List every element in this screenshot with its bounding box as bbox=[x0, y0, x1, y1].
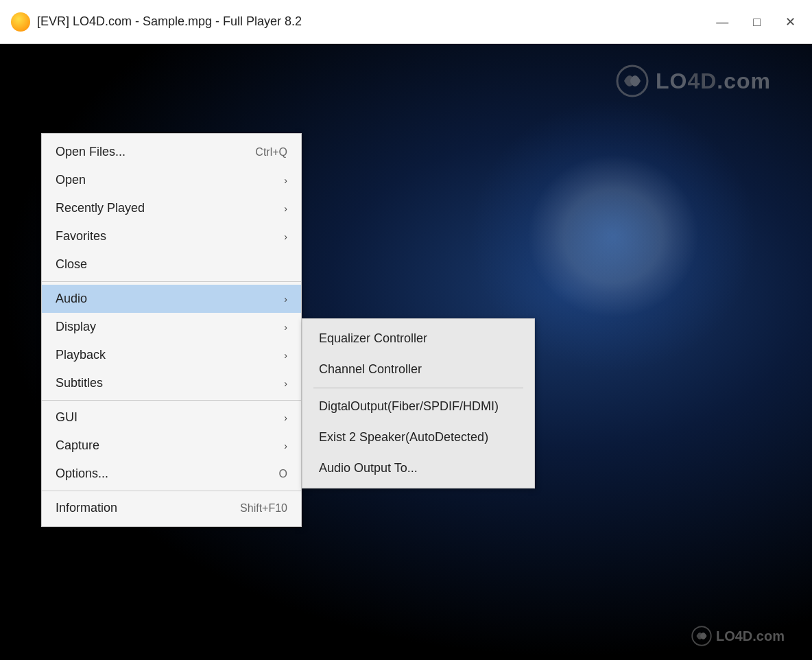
audio-submenu: Equalizer Controller Channel Controller … bbox=[302, 318, 535, 488]
lo4d-logo-icon bbox=[616, 64, 649, 97]
minimize-button[interactable]: — bbox=[710, 13, 734, 31]
menu-item-favorites[interactable]: Favorites › bbox=[42, 222, 301, 250]
submenu-arrow-open: › bbox=[284, 175, 287, 186]
submenu-arrow-display: › bbox=[284, 322, 287, 333]
watermark-text: LO4D.com bbox=[656, 69, 771, 94]
submenu-divider bbox=[313, 388, 523, 388]
close-button[interactable]: ✕ bbox=[780, 13, 801, 31]
maximize-button[interactable]: □ bbox=[748, 13, 766, 31]
submenu-item-channel[interactable]: Channel Controller bbox=[302, 354, 534, 385]
menu-item-recently-played[interactable]: Recently Played › bbox=[42, 194, 301, 222]
menu-item-playback[interactable]: Playback › bbox=[42, 341, 301, 369]
context-menu: Open Files... Ctrl+Q Open › Recently Pla… bbox=[41, 133, 302, 527]
menu-item-information[interactable]: Information Shift+F10 bbox=[42, 494, 301, 522]
app-icon bbox=[11, 12, 30, 32]
window-title: [EVR] LO4D.com - Sample.mpg - Full Playe… bbox=[37, 14, 710, 29]
menu-item-subtitles[interactable]: Subtitles › bbox=[42, 369, 301, 401]
context-menu-wrapper: Open Files... Ctrl+Q Open › Recently Pla… bbox=[41, 133, 535, 527]
submenu-arrow-capture: › bbox=[284, 440, 287, 451]
video-area: LO4D.com LO4D.com Open Files... Ctrl+Q O… bbox=[0, 44, 812, 660]
submenu-arrow-subtitles: › bbox=[284, 378, 287, 389]
watermark-bottom: LO4D.com bbox=[691, 626, 785, 646]
submenu-item-digital-output[interactable]: DigtalOutput(Fiber/SPDIF/HDMI) bbox=[302, 391, 534, 422]
menu-item-open-files[interactable]: Open Files... Ctrl+Q bbox=[42, 138, 301, 166]
submenu-arrow-playback: › bbox=[284, 350, 287, 361]
submenu-arrow-gui: › bbox=[284, 412, 287, 423]
menu-item-gui[interactable]: GUI › bbox=[42, 403, 301, 432]
submenu-arrow-audio: › bbox=[284, 294, 287, 305]
menu-item-close[interactable]: Close bbox=[42, 250, 301, 282]
watermark-bottom-text: LO4D.com bbox=[716, 628, 785, 644]
menu-item-open[interactable]: Open › bbox=[42, 166, 301, 194]
menu-item-display[interactable]: Display › bbox=[42, 313, 301, 341]
submenu-item-equalizer[interactable]: Equalizer Controller bbox=[302, 323, 534, 354]
menu-item-capture[interactable]: Capture › bbox=[42, 432, 301, 460]
lo4d-logo-bottom-icon bbox=[691, 626, 712, 646]
submenu-arrow-favorites: › bbox=[284, 231, 287, 242]
watermark-top: LO4D.com bbox=[616, 64, 771, 97]
submenu-item-exist-2-speaker[interactable]: Exist 2 Speaker(AutoDetected) bbox=[302, 422, 534, 453]
menu-item-audio[interactable]: Audio › bbox=[42, 285, 301, 313]
window-controls: — □ ✕ bbox=[710, 13, 801, 31]
submenu-item-audio-output[interactable]: Audio Output To... bbox=[302, 453, 534, 484]
menu-item-options[interactable]: Options... O bbox=[42, 460, 301, 491]
titlebar: [EVR] LO4D.com - Sample.mpg - Full Playe… bbox=[0, 0, 812, 44]
submenu-arrow-recently-played: › bbox=[284, 203, 287, 214]
